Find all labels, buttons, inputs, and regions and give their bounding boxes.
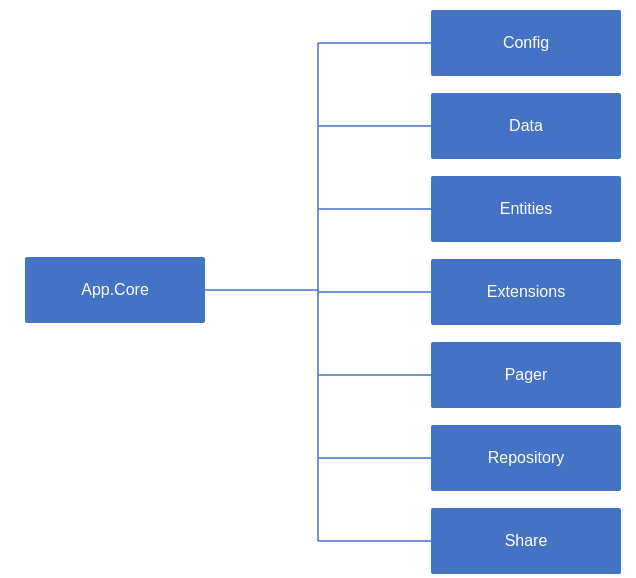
diagram: App.CoreConfigDataEntitiesExtensionsPage…	[0, 0, 636, 578]
child-node-extensions: Extensions	[431, 259, 621, 325]
child-node-share: Share	[431, 508, 621, 574]
child-node-pager: Pager	[431, 342, 621, 408]
child-node-config: Config	[431, 10, 621, 76]
child-node-entities: Entities	[431, 176, 621, 242]
child-node-data: Data	[431, 93, 621, 159]
root-node: App.Core	[25, 257, 205, 323]
child-node-repository: Repository	[431, 425, 621, 491]
